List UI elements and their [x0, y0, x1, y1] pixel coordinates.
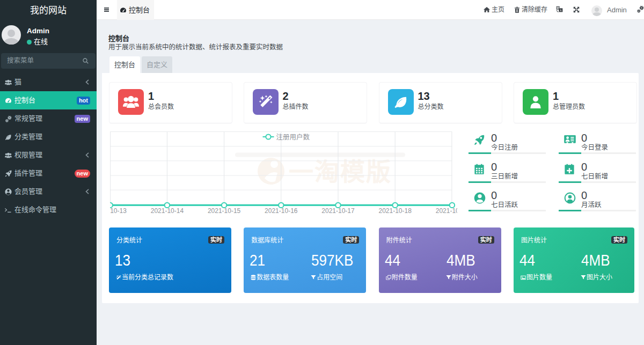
svg-text:2021-10-15: 2021-10-15	[208, 207, 241, 215]
svg-text:2021-10-16: 2021-10-16	[265, 207, 298, 215]
svg-text:2021-10-14: 2021-10-14	[151, 207, 184, 215]
svg-text:2021-10-17: 2021-10-17	[321, 207, 355, 215]
svg-text:2021-10-13: 2021-10-13	[102, 207, 127, 215]
svg-text:一淘模版: 一淘模版	[289, 158, 392, 186]
svg-text:2021-10-18: 2021-10-18	[379, 207, 412, 215]
svg-text:注册用户数: 注册用户数	[276, 133, 310, 141]
svg-text:2021-10-19: 2021-10-19	[436, 207, 460, 215]
